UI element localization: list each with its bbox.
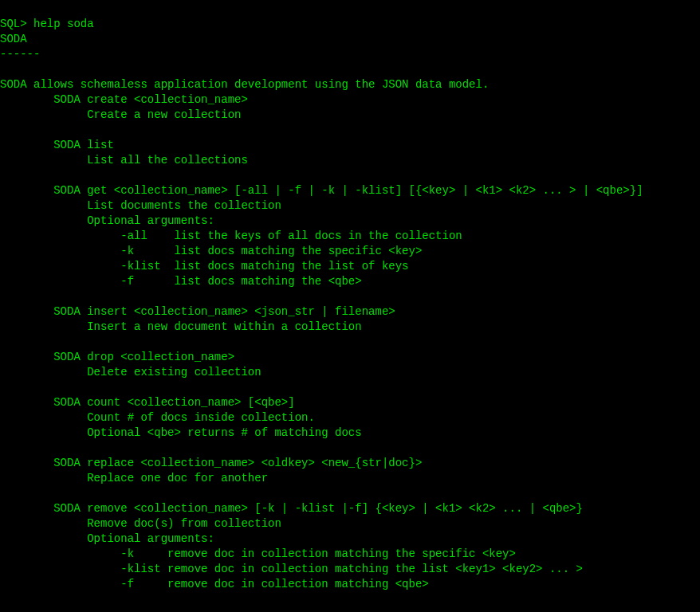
- soda-list-usage: SODA list: [0, 139, 114, 151]
- help-title: SODA: [0, 33, 27, 45]
- soda-drop-usage: SODA drop <collection_name>: [0, 351, 234, 363]
- soda-drop-desc: Delete existing collection: [0, 366, 262, 379]
- soda-remove-desc: Remove doc(s) from collection: [0, 517, 281, 530]
- prompt-line[interactable]: SQL> help soda: [0, 18, 94, 30]
- soda-count-desc2: Optional <qbe> returns # of matching doc…: [0, 426, 362, 439]
- soda-remove-usage: SODA remove <collection_name> [-k | -kli…: [0, 502, 583, 515]
- soda-get-opt-k: -k list docs matching the specific <key>: [0, 245, 422, 257]
- soda-remove-opt-label: Optional arguments:: [0, 532, 214, 545]
- soda-create-usage: SODA create <collection_name>: [0, 93, 248, 106]
- soda-get-opt-all: -all list the keys of all docs in the co…: [0, 230, 462, 242]
- soda-replace-desc: Replace one doc for another: [0, 472, 268, 484]
- soda-get-opt-label: Optional arguments:: [0, 214, 214, 227]
- soda-get-usage: SODA get <collection_name> [-all | -f | …: [0, 184, 643, 197]
- soda-replace-usage: SODA replace <collection_name> <oldkey> …: [0, 457, 422, 469]
- help-underline: ------: [0, 48, 40, 61]
- soda-remove-opt-k: -k remove doc in collection matching the…: [0, 547, 516, 560]
- soda-count-usage: SODA count <collection_name> [<qbe>]: [0, 396, 295, 409]
- soda-get-opt-f: -f list docs matching the <qbe>: [0, 275, 362, 288]
- terminal-output: SQL> help soda SODA ------ SODA allows s…: [0, 0, 700, 592]
- soda-remove-opt-klist: -klist remove doc in collection matching…: [0, 563, 583, 575]
- soda-remove-opt-f: -f remove doc in collection matching <qb…: [0, 578, 429, 590]
- intro-line: SODA allows schemaless application devel…: [0, 78, 489, 91]
- soda-create-desc: Create a new collection: [0, 108, 241, 121]
- soda-insert-usage: SODA insert <collection_name> <json_str …: [0, 305, 395, 318]
- soda-insert-desc: Insert a new document within a collectio…: [0, 320, 362, 333]
- sql-prompt: SQL>: [0, 18, 33, 30]
- soda-count-desc: Count # of docs inside collection.: [0, 411, 315, 424]
- soda-list-desc: List all the collections: [0, 154, 248, 167]
- soda-get-opt-klist: -klist list docs matching the list of ke…: [0, 260, 408, 273]
- entered-command: help soda: [33, 18, 94, 30]
- soda-get-desc: List documents the collection: [0, 199, 281, 212]
